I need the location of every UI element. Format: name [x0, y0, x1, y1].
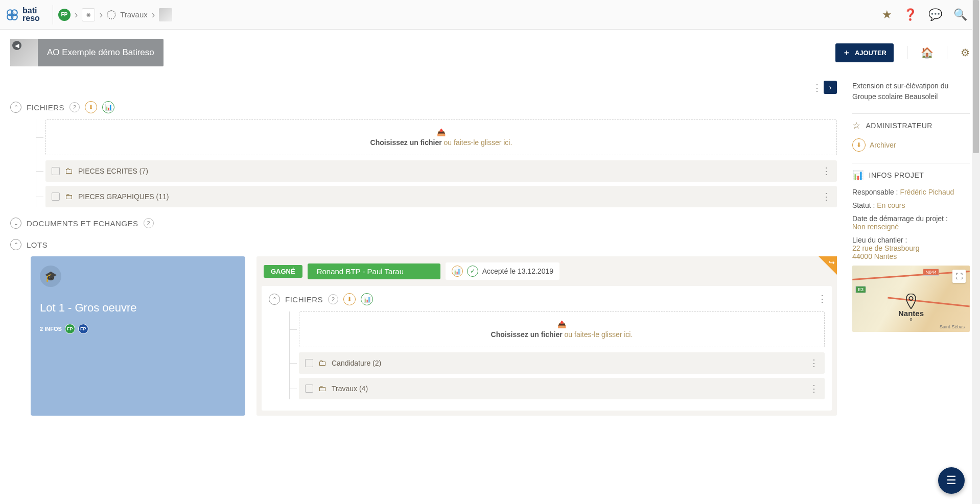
search-icon[interactable]: 🔍	[953, 8, 967, 21]
road-badge: E3	[855, 286, 866, 293]
upload-icon: 📤	[308, 320, 816, 328]
back-button[interactable]: ◀	[12, 41, 21, 50]
user-avatar[interactable]: FP	[58, 9, 71, 21]
graduation-cap-icon: 🎓	[40, 266, 61, 287]
user-avatar[interactable]: FP	[65, 324, 75, 334]
folder-icon: 🗀	[65, 192, 73, 201]
chevron-right-icon: ›	[75, 9, 78, 20]
check-icon: ✓	[467, 266, 478, 277]
fullscreen-icon[interactable]: ⛶	[952, 270, 966, 283]
collapse-toggle[interactable]: ⌃	[10, 102, 21, 113]
sidebar-panel: Extension et sur-élévatipon du Groupe sc…	[847, 76, 980, 426]
dropzone-subtext: ou faites-le glisser ici.	[444, 138, 512, 147]
collapse-toggle[interactable]: ⌃	[269, 294, 280, 305]
share-corner[interactable]	[819, 256, 837, 275]
checkbox[interactable]	[305, 385, 313, 393]
upload-icon: 📤	[54, 128, 828, 136]
page-title: AO Exemple démo Batireso	[38, 47, 164, 58]
map[interactable]: N844 E3 Sain Saint-Sébas Nantes 0 ⛶	[852, 266, 970, 332]
folder-pieces-ecrites[interactable]: 🗀 PIECES ECRITES (7) ⋮	[45, 160, 837, 182]
add-button[interactable]: ＋AJOUTER	[835, 43, 894, 62]
loading-icon	[107, 10, 116, 19]
svg-point-3	[12, 14, 17, 19]
count-badge: 2	[328, 294, 338, 304]
breadcrumb-thumbnail[interactable]	[159, 8, 172, 21]
status-won-badge: GAGNÉ	[264, 265, 302, 278]
infos-section-header: 📊 INFOS PROJET	[852, 170, 970, 181]
road-badge: N844	[923, 269, 939, 276]
help-icon[interactable]: ❓	[903, 8, 917, 21]
more-dots-icon[interactable]: ⋮	[822, 191, 831, 202]
download-icon[interactable]: ⬇	[85, 101, 97, 113]
count-badge: 2	[69, 102, 80, 112]
info-responsable: Responsable : Frédéric Pichaud	[852, 188, 970, 196]
folder-pieces-graphiques[interactable]: 🗀 PIECES GRAPHIQUES (11) ⋮	[45, 186, 837, 207]
dropzone-text: Choisissez un fichier	[370, 138, 444, 147]
folder-icon: 🗀	[65, 166, 73, 176]
more-dots-icon[interactable]: ⋮	[822, 165, 831, 177]
folder-icon: 🗀	[318, 358, 326, 368]
gear-icon[interactable]: ⚙	[961, 46, 970, 59]
more-dots-icon[interactable]: ⋮	[818, 293, 827, 304]
separator	[53, 5, 53, 25]
company-tag[interactable]: Ronand BTP - Paul Tarau	[308, 263, 440, 279]
sidebar-toggle[interactable]: ›	[824, 81, 837, 94]
star-icon[interactable]: ★	[882, 8, 892, 21]
folder-label: Candidature (2)	[332, 359, 381, 367]
section-title: FICHIERS	[285, 295, 323, 304]
breadcrumb: FP › ◉ › Travaux ›	[58, 8, 173, 21]
stats-icon[interactable]: 📊	[102, 101, 114, 113]
download-icon[interactable]: ⬇	[343, 293, 356, 305]
info-lieu: Lieu du chantier : 22 rue de Strasbourg …	[852, 236, 970, 260]
folder-icon: 🗀	[318, 384, 326, 393]
section-title: LOTS	[27, 241, 48, 249]
chevron-right-icon: ›	[152, 9, 155, 20]
logo[interactable]: batireso	[5, 7, 40, 22]
folder-travaux[interactable]: 🗀 Travaux (4) ⋮	[299, 378, 825, 399]
bar-chart-icon: 📊	[852, 170, 864, 181]
count-badge: 2	[144, 218, 154, 228]
home-icon[interactable]: 🏠	[921, 46, 934, 59]
collapse-toggle[interactable]: ⌄	[10, 218, 21, 229]
dropzone-text: Choisissez un fichier	[491, 330, 565, 339]
breadcrumb-item-icon[interactable]: ◉	[82, 8, 95, 21]
separator	[852, 163, 970, 163]
admin-section-header: ☆ ADMINISTRATEUR	[852, 120, 970, 131]
folder-candidature[interactable]: 🗀 Candidature (2) ⋮	[299, 352, 825, 374]
checkbox[interactable]	[305, 359, 313, 367]
file-dropzone[interactable]: 📤 Choisissez un fichier ou faites-le gli…	[45, 119, 837, 155]
more-dots-icon[interactable]: ⋮	[809, 383, 819, 394]
map-pin-icon	[905, 294, 917, 310]
star-outline-icon: ☆	[852, 120, 861, 131]
project-description: Extension et sur-élévatipon du Groupe sc…	[852, 81, 970, 102]
checkbox[interactable]	[52, 193, 60, 201]
separator	[947, 46, 947, 59]
svg-point-4	[909, 296, 913, 300]
separator	[907, 46, 907, 59]
logo-icon	[5, 8, 19, 22]
collapse-toggle[interactable]: ⌃	[10, 239, 21, 250]
section-documents-header: ⌄ DOCUMENTS ET ECHANGES 2	[10, 218, 837, 229]
section-fichiers-header: ⌃ FICHIERS 2 ⬇ 📊	[10, 101, 837, 113]
accepted-status: 📊 ✓ Accepté le 13.12.2019	[446, 262, 559, 280]
breadcrumb-travaux[interactable]: Travaux	[120, 10, 148, 19]
file-dropzone[interactable]: 📤 Choisissez un fichier ou faites-le gli…	[299, 311, 825, 347]
archive-link[interactable]: Archiver	[870, 141, 896, 149]
lot-card[interactable]: 🎓 Lot 1 - Gros oeuvre 2 INFOS FP FP	[31, 256, 245, 416]
stats-icon[interactable]: 📊	[452, 266, 463, 277]
more-dots-icon[interactable]: ⋮	[812, 82, 822, 93]
archive-icon[interactable]: ⬇	[852, 138, 866, 152]
page-title-container: ◀ AO Exemple démo Batireso	[10, 39, 164, 66]
chat-icon[interactable]: 💬	[928, 8, 942, 21]
separator	[852, 113, 970, 114]
section-title: DOCUMENTS ET ECHANGES	[27, 219, 138, 228]
map-town-label: Saint-Sébas	[938, 324, 967, 330]
chevron-right-icon: ›	[99, 9, 103, 20]
section-title: ADMINISTRATEUR	[866, 122, 932, 130]
scrollbar[interactable]	[972, 0, 980, 426]
user-avatar[interactable]: FP	[78, 324, 88, 334]
more-dots-icon[interactable]: ⋮	[809, 357, 819, 369]
checkbox[interactable]	[52, 167, 60, 175]
stats-icon[interactable]: 📊	[361, 293, 373, 305]
section-lots-header: ⌃ LOTS	[10, 239, 837, 250]
